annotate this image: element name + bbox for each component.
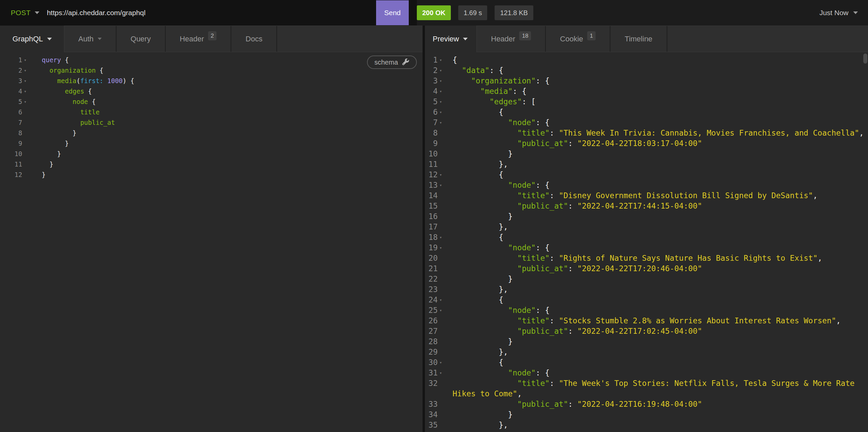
fold-gutter-spacer	[438, 399, 444, 409]
code-line: 17 },	[425, 222, 868, 232]
fold-arrow-icon[interactable]: ▾	[438, 118, 444, 128]
fold-arrow-icon[interactable]: ▾	[438, 368, 444, 378]
code-text: "data": {	[444, 65, 868, 76]
line-number: 26	[425, 315, 438, 326]
fold-gutter-spacer	[438, 420, 444, 430]
code-text: "title": "This Week In Trivia: Cannabis,…	[444, 128, 868, 138]
line-number: 27	[425, 326, 438, 336]
code-line: 24▾ {	[425, 295, 868, 305]
fold-gutter-spacer	[438, 211, 444, 222]
fold-arrow-icon[interactable]: ▾	[438, 55, 444, 65]
tab-query[interactable]: Query	[117, 26, 166, 52]
code-text: "node": {	[444, 368, 868, 378]
code-text: "public_at": "2022-04-22T17:44:15-04:00"	[444, 201, 868, 211]
line-number: 15	[425, 201, 438, 211]
method-select[interactable]: POST	[0, 9, 39, 17]
graphql-query-editor[interactable]: schema 1▾query {2▾ organization {3▾ medi…	[0, 52, 423, 432]
line-number: 31	[425, 368, 438, 378]
fold-arrow-icon[interactable]: ▾	[22, 97, 28, 107]
top-bar: POST https://api.cheddar.com/graphql Sen…	[0, 0, 868, 26]
fold-arrow-icon[interactable]: ▾	[438, 357, 444, 368]
status-badge: 200 OK	[417, 5, 451, 20]
fold-arrow-icon[interactable]: ▾	[438, 242, 444, 253]
code-line: 36▾ {	[425, 430, 868, 432]
pane-divider[interactable]	[423, 26, 425, 432]
code-line: 26 "title": "Stocks Stumble 2.8% as Worr…	[425, 315, 868, 326]
fold-gutter-spacer	[22, 170, 28, 180]
line-number: 18	[425, 232, 438, 242]
tab-header[interactable]: Header18	[477, 26, 546, 52]
code-line: 5▾ "edges": [	[425, 97, 868, 107]
code-text: }	[444, 409, 868, 420]
fold-arrow-icon[interactable]: ▾	[438, 170, 444, 180]
code-text: "node": {	[444, 180, 868, 191]
fold-arrow-icon[interactable]: ▾	[22, 76, 28, 86]
line-number: 35	[425, 420, 438, 430]
code-line: 12}	[0, 170, 423, 180]
response-tabs: Header18Cookie1Timeline	[476, 26, 868, 52]
code-text: "title": "The Week's Top Stories: Netfli…	[444, 378, 868, 399]
fold-gutter-spacer	[438, 263, 444, 274]
line-number: 11	[0, 159, 22, 170]
body-type-dropdown[interactable]: GraphQL	[0, 26, 64, 52]
code-text: "node": {	[444, 242, 868, 253]
scrollbar-thumb[interactable]	[863, 54, 867, 64]
request-pane: GraphQL AuthQueryHeader2Docs schema 1▾qu…	[0, 26, 423, 432]
fold-arrow-icon[interactable]: ▾	[438, 180, 444, 191]
fold-arrow-icon[interactable]: ▾	[22, 86, 28, 97]
code-text: "title": "Disney Government Dissolution …	[444, 191, 868, 201]
fold-arrow-icon[interactable]: ▾	[438, 232, 444, 242]
schema-button[interactable]: schema	[367, 56, 417, 69]
tab-cookie[interactable]: Cookie1	[546, 26, 611, 52]
line-number: 7	[0, 118, 22, 128]
code-text: "edges": [	[444, 97, 868, 107]
code-text: "organization": {	[444, 76, 868, 86]
wrench-icon	[402, 59, 409, 66]
code-line: 7 public_at	[0, 118, 423, 128]
tab-header[interactable]: Header2	[166, 26, 231, 52]
url-input[interactable]: https://api.cheddar.com/graphql	[47, 9, 376, 17]
response-preview-editor[interactable]: 1▾{2▾ "data": {3▾ "organization": {4▾ "m…	[425, 52, 868, 432]
code-text: },	[444, 284, 868, 295]
line-number: 20	[425, 253, 438, 263]
code-text: {	[444, 170, 868, 180]
fold-arrow-icon[interactable]: ▾	[22, 55, 28, 65]
code-line: 4▾ "media": {	[425, 86, 868, 97]
send-button[interactable]: Send	[376, 0, 409, 25]
response-history-dropdown[interactable]: Just Now	[819, 9, 858, 17]
line-number: 12	[0, 170, 22, 180]
code-line: 1▾query {	[0, 55, 423, 65]
tab-auth[interactable]: Auth	[64, 26, 117, 52]
tab-docs[interactable]: Docs	[231, 26, 277, 52]
fold-arrow-icon[interactable]: ▾	[438, 76, 444, 86]
code-line: 3▾ media(first: 1000) {	[0, 76, 423, 86]
code-text: "public_at": "2022-04-22T17:20:46-04:00"	[444, 263, 868, 274]
code-line: 6 title	[0, 107, 423, 118]
fold-arrow-icon[interactable]: ▾	[438, 305, 444, 315]
code-line: 28 }	[425, 336, 868, 347]
fold-arrow-icon[interactable]: ▾	[438, 107, 444, 118]
fold-gutter-spacer	[22, 118, 28, 128]
line-number: 4	[425, 86, 438, 97]
fold-arrow-icon[interactable]: ▾	[22, 65, 28, 76]
line-number: 24	[425, 295, 438, 305]
size-badge: 121.8 KB	[495, 5, 533, 20]
view-type-dropdown[interactable]: Preview	[425, 26, 476, 52]
tab-timeline[interactable]: Timeline	[611, 26, 667, 52]
code-line: 12▾ {	[425, 170, 868, 180]
scrollbar-track[interactable]	[863, 52, 868, 432]
code-line: 8 "title": "This Week In Trivia: Cannabi…	[425, 128, 868, 138]
fold-arrow-icon[interactable]: ▾	[438, 86, 444, 97]
line-number: 11	[425, 159, 438, 170]
code-text: {	[444, 295, 868, 305]
response-tab-bar: Preview Header18Cookie1Timeline	[425, 26, 868, 52]
code-line: 13▾ "node": {	[425, 180, 868, 191]
code-text: edges {	[28, 86, 423, 97]
fold-arrow-icon[interactable]: ▾	[438, 65, 444, 76]
fold-arrow-icon[interactable]: ▾	[438, 430, 444, 432]
fold-arrow-icon[interactable]: ▾	[438, 97, 444, 107]
fold-arrow-icon[interactable]: ▾	[438, 295, 444, 305]
code-text: },	[444, 159, 868, 170]
code-text: "title": "Stocks Stumble 2.8% as Worries…	[444, 315, 868, 326]
code-line: 11 },	[425, 159, 868, 170]
